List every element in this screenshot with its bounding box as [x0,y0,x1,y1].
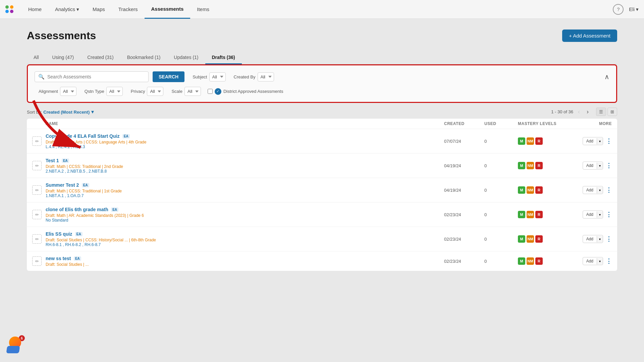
col-icon [32,121,46,126]
logo[interactable] [5,5,13,13]
help-button[interactable]: ? [613,4,624,15]
nav-assessments[interactable]: Assessments [145,0,191,19]
more-options-button[interactable]: ⋮ [606,257,612,265]
user-menu[interactable]: Eli ▾ [629,6,639,12]
assessment-name-link[interactable]: new ss test [46,256,71,261]
search-input[interactable] [47,74,145,79]
created-by-label: Created By [234,74,256,79]
district-approved-checkbox[interactable] [208,89,213,94]
search-button[interactable]: SEARCH [153,71,184,82]
tab-drafts[interactable]: Drafts (36) [205,51,242,64]
more-options-button[interactable]: ⋮ [606,211,612,218]
row-edit-icon[interactable]: ✏ [32,210,42,219]
nav-analytics[interactable]: Analytics ▾ [48,0,86,19]
row-edit-icon[interactable]: ✏ [32,256,42,266]
row-edit-icon[interactable]: ✏ [32,234,42,244]
privacy-select[interactable]: All [147,87,163,96]
prev-page-button[interactable]: ‹ [576,108,582,116]
scale-select[interactable]: All [184,87,201,96]
add-caret[interactable]: ▾ [597,187,603,193]
assessment-name-link[interactable]: Copy Grade 4 ELA Fall Start Quiz [46,133,119,139]
tab-created[interactable]: Created (31) [80,51,120,64]
created-by-select[interactable]: All [258,72,274,81]
add-caret[interactable]: ▾ [597,163,603,169]
row-meta: Draft: Math | CCSS: Traditional | 1st Gr… [46,189,444,193]
nav-items[interactable]: Items [190,0,216,19]
assessment-name-link[interactable]: clone of Elis 6th grade math [46,207,108,212]
qstn-type-filter: Qstn Type All [85,87,123,96]
more-options-button[interactable]: ⋮ [606,162,612,169]
alignment-select[interactable]: All [60,87,76,96]
add-assessment-button[interactable]: + Add Assessment [562,29,617,42]
mastery-nm: NM [527,137,534,145]
row-edit-icon[interactable]: ✏ [32,185,42,195]
add-caret[interactable]: ▾ [597,236,603,242]
more-options-button[interactable]: ⋮ [606,186,612,194]
mastery-m: M [518,211,525,218]
collapse-button[interactable]: ∧ [604,73,609,81]
assessments-table: NAME CREATED USED MASTERY LEVELS MORE ✏ … [27,119,617,271]
row-name-cell: Summer Test 2 EA Draft: Math | CCSS: Tra… [46,182,444,198]
nav-home[interactable]: Home [21,0,48,19]
tabs-bar: All Using (47) Created (31) Bookmarked (… [27,51,617,64]
nav-trackers[interactable]: Trackers [112,0,145,19]
mastery-m: M [518,162,525,169]
assessment-name-link[interactable]: Test 1 [46,158,59,163]
add-dropdown: Add ▾ [583,235,603,243]
col-used: USED [484,121,518,126]
alignment-label: Alignment [39,89,58,94]
tab-updates[interactable]: Updates (1) [167,51,205,64]
add-button[interactable]: Add [583,211,597,218]
row-name-cell: new ss test EA Draft: Social Studies | .… [46,255,444,267]
row-edit-icon[interactable]: ✏ [32,136,42,146]
district-approved-wrap: ✓ District Approved Assessments [208,88,283,95]
logo-dots [5,5,13,13]
row-date: 02/23/24 [444,237,484,242]
row-meta: Draft: Math | AR: Academic Standards (20… [46,213,444,218]
district-badge-icon: ✓ [215,88,221,95]
row-used: 0 [484,163,518,168]
add-dropdown: Add ▾ [583,210,603,219]
more-options-button[interactable]: ⋮ [606,137,612,145]
add-caret[interactable]: ▾ [597,258,603,264]
page-header: Assessments + Add Assessment [27,29,617,42]
row-actions: Add ▾ ⋮ [572,235,612,243]
row-edit-icon[interactable]: ✏ [32,161,42,170]
add-button[interactable]: Add [583,137,597,145]
add-button[interactable]: Add [583,235,597,243]
mastery-levels: M NM R [518,211,572,218]
add-button[interactable]: Add [583,186,597,194]
sort-value[interactable]: Created (Most Recent) [43,110,90,115]
assessment-name-link[interactable]: Elis SS quiz [46,231,72,237]
add-button[interactable]: Add [583,257,597,265]
mastery-nm: NM [527,211,534,218]
scale-filter: Scale All [171,87,201,96]
qstn-type-select[interactable]: All [106,87,123,96]
col-created: CREATED [444,121,484,126]
next-page-button[interactable]: › [585,108,591,116]
tab-bookmarked[interactable]: Bookmarked (1) [120,51,167,64]
bottom-left-app-icon[interactable]: 6 [7,337,25,355]
subject-select[interactable]: All [209,72,226,81]
grid-view-button[interactable]: ⊞ [607,108,617,116]
add-button[interactable]: Add [583,162,597,169]
nav-maps[interactable]: Maps [86,0,112,19]
table-row: ✏ Elis SS quiz EA Draft: Social Studies … [27,227,617,251]
assessment-name-link[interactable]: Summer Test 2 [46,182,79,188]
qstn-type-label: Qstn Type [85,89,104,94]
add-caret[interactable]: ▾ [597,212,603,218]
table-row: ✏ Copy Grade 4 ELA Fall Start Quiz EA Dr… [27,129,617,154]
ea-badge: EA [75,232,83,236]
tab-all[interactable]: All [27,51,46,64]
row-used: 0 [484,212,518,217]
tab-using[interactable]: Using (47) [46,51,81,64]
mastery-levels: M NM R [518,137,572,145]
mastery-m: M [518,137,525,145]
row-standards: 1.NBT.A.1 , 1.OA.D.7 [46,193,444,198]
more-options-button[interactable]: ⋮ [606,235,612,243]
sort-control: Sort by: Created (Most Recent) ▾ [27,109,94,115]
list-view-button[interactable]: ☰ [596,108,606,116]
add-caret[interactable]: ▾ [597,138,603,144]
mastery-r: R [535,211,543,218]
table-header: NAME CREATED USED MASTERY LEVELS MORE [27,119,617,129]
